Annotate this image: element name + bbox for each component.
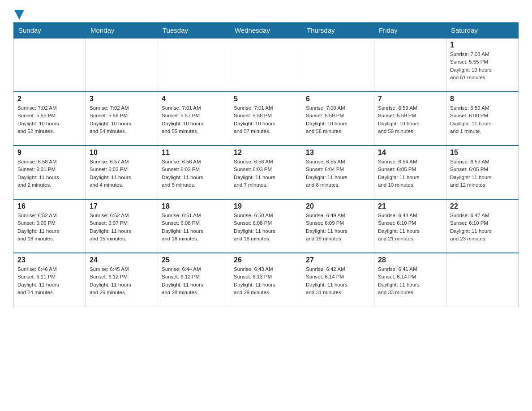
day-info: Sunrise: 6:49 AMSunset: 6:09 PMDaylight:… [306,212,370,243]
calendar-cell: 19Sunrise: 6:50 AMSunset: 6:08 PMDayligh… [230,199,302,253]
svg-marker-0 [14,10,24,20]
day-number: 12 [234,149,298,157]
day-number: 14 [378,149,442,157]
calendar-cell: 10Sunrise: 6:57 AMSunset: 6:02 PMDayligh… [86,146,158,199]
calendar-cell [230,38,302,92]
calendar-cell: 28Sunrise: 6:41 AMSunset: 6:14 PMDayligh… [374,253,446,307]
week-row: 16Sunrise: 6:52 AMSunset: 6:06 PMDayligh… [14,199,519,253]
day-number: 23 [17,256,82,264]
calendar-cell: 8Sunrise: 6:59 AMSunset: 6:00 PMDaylight… [446,92,519,146]
day-of-week-header: Wednesday [230,23,302,39]
day-info: Sunrise: 6:42 AMSunset: 6:14 PMDaylight:… [306,265,370,296]
day-number: 13 [306,149,370,157]
calendar-cell: 27Sunrise: 6:42 AMSunset: 6:14 PMDayligh… [302,253,374,307]
calendar-cell [14,38,86,92]
calendar-cell [302,38,374,92]
day-info: Sunrise: 6:55 AMSunset: 6:04 PMDaylight:… [306,158,370,189]
day-of-week-header: Monday [86,23,158,39]
day-info: Sunrise: 6:43 AMSunset: 6:13 PMDaylight:… [234,265,298,296]
day-number: 3 [90,95,154,103]
day-of-week-header: Saturday [446,23,519,39]
calendar-cell: 7Sunrise: 6:59 AMSunset: 5:59 PMDaylight… [374,92,446,146]
calendar-cell: 1Sunrise: 7:03 AMSunset: 5:55 PMDaylight… [446,38,519,92]
calendar-header-row: SundayMondayTuesdayWednesdayThursdayFrid… [14,23,519,39]
calendar-cell: 5Sunrise: 7:01 AMSunset: 5:58 PMDaylight… [230,92,302,146]
calendar-cell: 21Sunrise: 6:48 AMSunset: 6:10 PMDayligh… [374,199,446,253]
calendar-cell: 26Sunrise: 6:43 AMSunset: 6:13 PMDayligh… [230,253,302,307]
day-info: Sunrise: 6:48 AMSunset: 6:10 PMDaylight:… [378,212,442,243]
calendar-cell: 23Sunrise: 6:46 AMSunset: 6:11 PMDayligh… [14,253,86,307]
week-row: 9Sunrise: 6:58 AMSunset: 6:01 PMDaylight… [14,146,519,199]
day-info: Sunrise: 7:01 AMSunset: 5:58 PMDaylight:… [234,104,298,135]
day-number: 18 [162,202,226,210]
calendar-cell: 25Sunrise: 6:44 AMSunset: 6:12 PMDayligh… [158,253,230,307]
day-number: 27 [306,256,370,264]
calendar-cell: 18Sunrise: 6:51 AMSunset: 6:08 PMDayligh… [158,199,230,253]
calendar-table: SundayMondayTuesdayWednesdayThursdayFrid… [13,22,519,307]
week-row: 2Sunrise: 7:02 AMSunset: 5:55 PMDaylight… [14,92,519,146]
day-number: 16 [17,202,82,210]
day-info: Sunrise: 6:52 AMSunset: 6:06 PMDaylight:… [17,212,82,243]
day-info: Sunrise: 6:52 AMSunset: 6:07 PMDaylight:… [90,212,154,243]
day-number: 8 [450,95,515,103]
day-number: 26 [234,256,298,264]
day-info: Sunrise: 6:57 AMSunset: 6:02 PMDaylight:… [90,158,154,189]
calendar-cell [86,38,158,92]
day-info: Sunrise: 6:59 AMSunset: 6:00 PMDaylight:… [450,104,515,135]
day-number: 1 [450,41,515,49]
calendar-cell [446,253,519,307]
calendar-cell: 9Sunrise: 6:58 AMSunset: 6:01 PMDaylight… [14,146,86,199]
day-info: Sunrise: 6:46 AMSunset: 6:11 PMDaylight:… [17,265,82,296]
day-number: 9 [17,149,82,157]
calendar-cell: 24Sunrise: 6:45 AMSunset: 6:12 PMDayligh… [86,253,158,307]
calendar-cell: 15Sunrise: 6:53 AMSunset: 6:05 PMDayligh… [446,146,519,199]
day-number: 28 [378,256,442,264]
day-info: Sunrise: 6:41 AMSunset: 6:14 PMDaylight:… [378,265,442,296]
day-info: Sunrise: 7:00 AMSunset: 5:59 PMDaylight:… [306,104,370,135]
day-number: 17 [90,202,154,210]
day-number: 6 [306,95,370,103]
day-number: 19 [234,202,298,210]
day-number: 2 [17,95,82,103]
day-number: 15 [450,149,515,157]
day-info: Sunrise: 6:44 AMSunset: 6:12 PMDaylight:… [162,265,226,296]
calendar-cell [374,38,446,92]
calendar-cell: 3Sunrise: 7:02 AMSunset: 5:56 PMDaylight… [86,92,158,146]
day-info: Sunrise: 6:54 AMSunset: 6:05 PMDaylight:… [378,158,442,189]
day-number: 7 [378,95,442,103]
calendar-cell: 2Sunrise: 7:02 AMSunset: 5:55 PMDaylight… [14,92,86,146]
calendar-cell: 17Sunrise: 6:52 AMSunset: 6:07 PMDayligh… [86,199,158,253]
day-of-week-header: Friday [374,23,446,39]
day-of-week-header: Thursday [302,23,374,39]
day-number: 24 [90,256,154,264]
page-header [13,9,519,18]
day-info: Sunrise: 6:50 AMSunset: 6:08 PMDaylight:… [234,212,298,243]
logo [13,9,24,18]
logo-triangle-icon [14,10,24,20]
day-info: Sunrise: 6:56 AMSunset: 6:02 PMDaylight:… [162,158,226,189]
day-number: 22 [450,202,515,210]
calendar-cell: 11Sunrise: 6:56 AMSunset: 6:02 PMDayligh… [158,146,230,199]
day-info: Sunrise: 7:02 AMSunset: 5:56 PMDaylight:… [90,104,154,135]
calendar-cell: 14Sunrise: 6:54 AMSunset: 6:05 PMDayligh… [374,146,446,199]
calendar-cell: 4Sunrise: 7:01 AMSunset: 5:57 PMDaylight… [158,92,230,146]
calendar-cell: 13Sunrise: 6:55 AMSunset: 6:04 PMDayligh… [302,146,374,199]
day-number: 21 [378,202,442,210]
day-info: Sunrise: 6:59 AMSunset: 5:59 PMDaylight:… [378,104,442,135]
day-number: 10 [90,149,154,157]
day-info: Sunrise: 6:56 AMSunset: 6:03 PMDaylight:… [234,158,298,189]
calendar-cell: 22Sunrise: 6:47 AMSunset: 6:10 PMDayligh… [446,199,519,253]
day-info: Sunrise: 7:02 AMSunset: 5:55 PMDaylight:… [17,104,82,135]
day-info: Sunrise: 6:51 AMSunset: 6:08 PMDaylight:… [162,212,226,243]
calendar-cell: 12Sunrise: 6:56 AMSunset: 6:03 PMDayligh… [230,146,302,199]
day-info: Sunrise: 7:01 AMSunset: 5:57 PMDaylight:… [162,104,226,135]
week-row: 23Sunrise: 6:46 AMSunset: 6:11 PMDayligh… [14,253,519,307]
day-info: Sunrise: 6:53 AMSunset: 6:05 PMDaylight:… [450,158,515,189]
day-number: 25 [162,256,226,264]
day-of-week-header: Sunday [14,23,86,39]
calendar-cell [158,38,230,92]
day-info: Sunrise: 6:45 AMSunset: 6:12 PMDaylight:… [90,265,154,296]
day-info: Sunrise: 6:47 AMSunset: 6:10 PMDaylight:… [450,212,515,243]
day-number: 4 [162,95,226,103]
day-info: Sunrise: 6:58 AMSunset: 6:01 PMDaylight:… [17,158,82,189]
